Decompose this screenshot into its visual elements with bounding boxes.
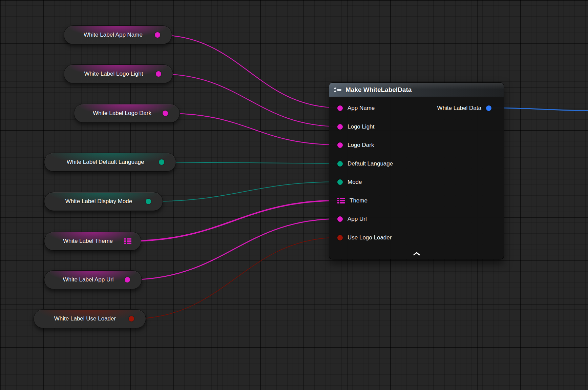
input-pin-label: Use Logo Loader [348,234,392,241]
input-pin-list: App Name Logo Light Logo Dark Default La… [329,99,504,247]
graph-canvas[interactable]: White Label App Name White Label Logo Li… [0,0,588,390]
string-input-pin[interactable] [337,105,343,111]
enum-input-pin[interactable] [337,179,343,185]
struct-output-pin[interactable] [486,105,491,111]
pin-row-output: White Label Data [437,99,504,118]
struct-input-pin[interactable] [337,198,345,203]
getter-label: White Label Theme [56,238,129,245]
make-struct-icon [334,87,342,93]
pin-row-app-url: App Url [329,210,504,229]
bool-input-pin[interactable] [337,235,343,240]
wire-default-language[interactable] [162,162,340,163]
getter-node-app-name[interactable]: White Label App Name [64,25,172,44]
getter-label: White Label Use Loader [47,315,132,322]
wire-logo-dark[interactable] [166,113,340,145]
pin-row-mode: Mode [329,173,504,192]
node-title: Make WhiteLabelData [345,86,412,94]
pin-row-logo-light: Logo Light [329,118,504,136]
getter-node-app-url[interactable]: White Label App Url [44,270,142,289]
input-pin-label: Logo Dark [348,142,374,149]
pin-row-theme: Theme [329,192,504,210]
input-pin-label: App Url [348,216,367,222]
input-pin-label: Mode [348,179,362,186]
input-pin-label: App Name [348,105,375,112]
node-header[interactable]: Make WhiteLabelData [329,83,504,97]
getter-label: White Label App Url [56,276,130,283]
pin-row-use-logo-loader: Use Logo Loader [329,229,504,247]
input-pin-label: Default Language [348,160,393,167]
wire-app-url[interactable] [128,219,340,280]
enum-input-pin[interactable] [337,161,343,167]
pin-row-logo-dark: Logo Dark [329,136,504,155]
wire-use-loader[interactable] [132,237,340,319]
getter-label: White Label Display Mode [59,198,148,205]
getter-label: White Label Logo Light [78,71,160,77]
pin-row-default-language: Default Language [329,155,504,173]
getter-label: White Label Default Language [60,159,161,165]
output-pin-label: White Label Data [437,105,481,112]
wire-logo-light[interactable] [159,74,340,126]
chevron-up-icon [413,252,420,256]
string-input-pin[interactable] [337,216,343,222]
getter-node-theme[interactable]: White Label Theme [44,232,141,251]
getter-node-use-loader[interactable]: White Label Use Loader [34,309,146,328]
wire-display-mode[interactable] [149,182,340,201]
getter-node-logo-dark[interactable]: White Label Logo Dark [74,104,180,123]
make-whitelabeldata-node[interactable]: Make WhiteLabelData App Name Logo Light … [329,82,504,259]
getter-label: White Label App Name [77,32,159,38]
getter-node-logo-light[interactable]: White Label Logo Light [64,64,173,83]
getter-node-display-mode[interactable]: White Label Display Mode [44,192,163,211]
input-pin-label: Theme [350,197,368,204]
input-pin-label: Logo Light [348,123,374,130]
string-input-pin[interactable] [337,124,343,130]
collapse-chevron-button[interactable] [409,250,424,257]
wire-app-name[interactable] [158,35,340,108]
getter-label: White Label Logo Dark [86,110,168,117]
string-input-pin[interactable] [337,142,343,148]
getter-node-default-language[interactable]: White Label Default Language [44,153,176,172]
